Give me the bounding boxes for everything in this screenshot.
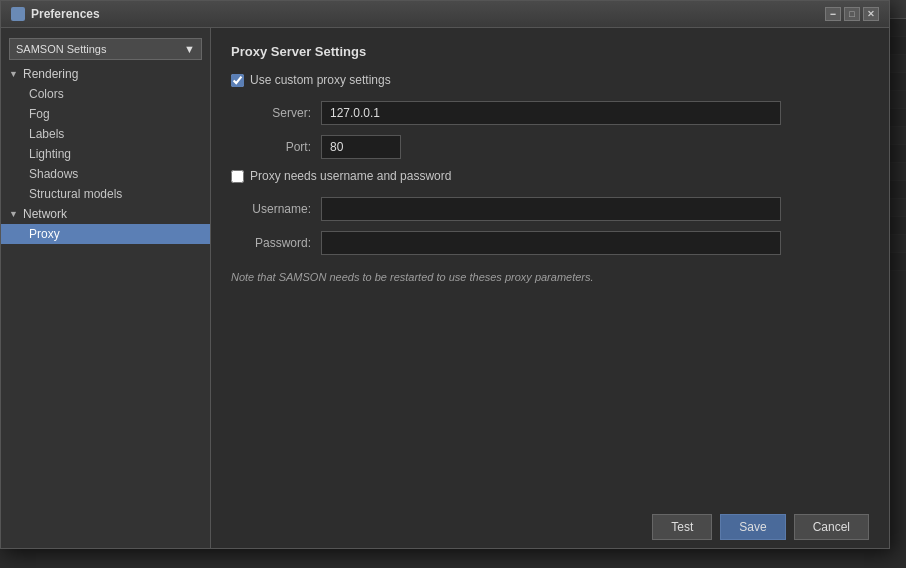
password-input[interactable] [321,231,781,255]
cancel-button[interactable]: Cancel [794,514,869,540]
app-icon [11,7,25,21]
tree-item-fog[interactable]: Fog [1,104,210,124]
tree-label-lighting: Lighting [29,147,71,161]
minimize-button[interactable]: ‒ [825,7,841,21]
proxy-auth-row: Proxy needs username and password [231,169,869,183]
test-button[interactable]: Test [652,514,712,540]
dropdown-label: SAMSON Settings [16,43,106,55]
password-row: Password: [231,231,869,255]
dialog-body: SAMSON Settings ▼ ▼ Rendering Colors Fog… [1,28,889,548]
save-button[interactable]: Save [720,514,785,540]
proxy-auth-label: Proxy needs username and password [250,169,451,183]
tree-label-proxy: Proxy [29,227,60,241]
port-row: Port: [231,135,869,159]
use-custom-proxy-row: Use custom proxy settings [231,73,869,87]
content-area: Proxy Server Settings Use custom proxy s… [211,28,889,548]
note-text: Note that SAMSON needs to be restarted t… [231,271,869,283]
password-label: Password: [231,236,311,250]
username-label: Username: [231,202,311,216]
tree-item-structural-models[interactable]: Structural models [1,184,210,204]
tree-label-shadows: Shadows [29,167,78,181]
tree-label-network: Network [23,207,67,221]
title-bar: Preferences ‒ □ ✕ [1,1,889,28]
server-input[interactable] [321,101,781,125]
settings-dropdown[interactable]: SAMSON Settings ▼ [9,38,202,60]
sidebar: SAMSON Settings ▼ ▼ Rendering Colors Fog… [1,28,211,548]
dropdown-arrow-icon: ▼ [184,43,195,55]
tree-item-colors[interactable]: Colors [1,84,210,104]
close-button[interactable]: ✕ [863,7,879,21]
tree-item-labels[interactable]: Labels [1,124,210,144]
tree-item-rendering[interactable]: ▼ Rendering [1,64,210,84]
port-input[interactable] [321,135,401,159]
tree-label-structural-models: Structural models [29,187,122,201]
server-row: Server: [231,101,869,125]
tree-item-lighting[interactable]: Lighting [1,144,210,164]
maximize-button[interactable]: □ [844,7,860,21]
tree-item-proxy[interactable]: Proxy [1,224,210,244]
dialog-footer: Test Save Cancel [652,514,869,540]
section-title: Proxy Server Settings [231,44,869,59]
expand-icon: ▼ [9,209,21,219]
tree-label-rendering: Rendering [23,67,78,81]
tree-label-colors: Colors [29,87,64,101]
server-label: Server: [231,106,311,120]
tree-section: ▼ Rendering Colors Fog Labels Lighting S… [1,64,210,244]
dialog-title: Preferences [31,7,100,21]
tree-item-network[interactable]: ▼ Network [1,204,210,224]
tree-label-fog: Fog [29,107,50,121]
proxy-auth-checkbox[interactable] [231,170,244,183]
username-row: Username: [231,197,869,221]
use-custom-proxy-label: Use custom proxy settings [250,73,391,87]
port-label: Port: [231,140,311,154]
expand-icon: ▼ [9,69,21,79]
use-custom-proxy-checkbox[interactable] [231,74,244,87]
tree-item-shadows[interactable]: Shadows [1,164,210,184]
username-input[interactable] [321,197,781,221]
proxy-panel: Use custom proxy settings Server: Port: … [231,73,869,283]
preferences-dialog: Preferences ‒ □ ✕ SAMSON Settings ▼ ▼ Re… [0,0,890,549]
tree-label-labels: Labels [29,127,64,141]
window-controls: ‒ □ ✕ [825,7,879,21]
